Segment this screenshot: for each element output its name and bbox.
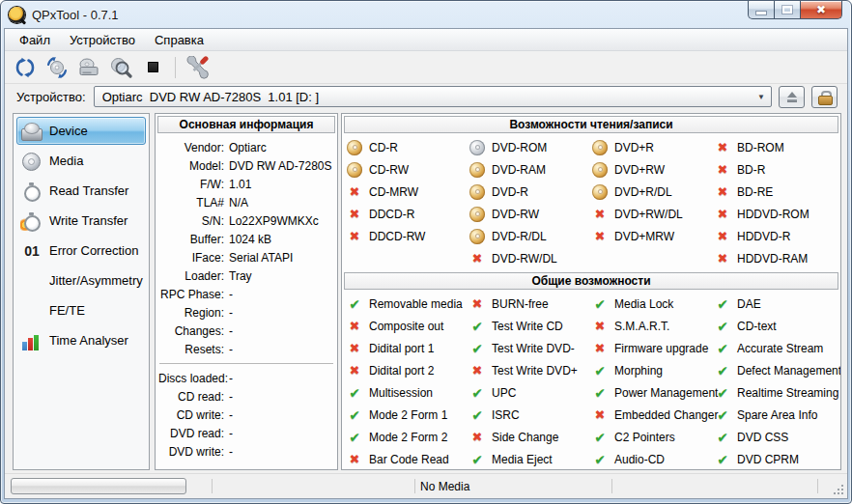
sidebar-item-jitter-asymmetry[interactable]: Jitter/Asymmetry xyxy=(16,266,146,294)
info-row: F/W: 1.01 xyxy=(158,175,334,193)
general-capabilities-grid: Removable media Composite out Didital po… xyxy=(343,291,839,470)
cap-burn-free: BURN-free xyxy=(469,293,592,315)
cap-didital-port-2: Didital port 2 xyxy=(347,359,469,381)
refresh-media-button[interactable] xyxy=(43,54,71,81)
preferences-button[interactable] xyxy=(184,54,213,81)
cap-label: Accurate Stream xyxy=(737,342,823,355)
device-combobox[interactable]: Optiarc DVD RW AD-7280S 1.01 [D: ] ▼ xyxy=(94,86,772,107)
sidebar-item-label: Jitter/Asymmetry xyxy=(49,273,143,288)
cap-dvd-r: DVD-R xyxy=(469,181,592,203)
info-label: Buffer: xyxy=(158,233,224,246)
cap-c2-pointers: C2 Pointers xyxy=(592,426,715,448)
cross-icon xyxy=(715,207,730,222)
cross-icon xyxy=(347,207,362,222)
cross-icon xyxy=(347,452,362,467)
cap-mode-2-form-2: Mode 2 Form 2 xyxy=(347,426,469,448)
sidebar-item-write-transfer[interactable]: Write Transfer xyxy=(16,207,146,235)
info-label: F/W: xyxy=(158,178,224,191)
cap-label: Power Management xyxy=(614,386,718,400)
cd-icon xyxy=(20,152,43,171)
cap-label: Bar Code Read xyxy=(369,453,449,466)
sidebar-item-label: Error Correction xyxy=(49,243,138,258)
info-row: Vendor: Optiarc xyxy=(158,138,334,156)
info-row: IFace: Serial ATAPI xyxy=(158,248,334,266)
title-bar[interactable]: QPxTool - 0.7.1 ✖ xyxy=(1,1,851,28)
check-icon xyxy=(592,296,608,312)
cap-label: HDDVD-RAM xyxy=(737,252,808,266)
sidebar-item-fe-te[interactable]: FE/TE xyxy=(16,296,146,324)
sidebar-item-time-analyser[interactable]: Time Analyser xyxy=(16,326,146,354)
info-label: Loader: xyxy=(158,269,224,283)
lock-button[interactable] xyxy=(811,86,838,108)
info-label: S/N: xyxy=(158,214,224,228)
cap-hddvd-rom: HDDVD-ROM xyxy=(715,203,838,225)
sidebar-item-label: Write Transfer xyxy=(49,213,128,228)
resize-grip[interactable] xyxy=(833,484,844,495)
cap-label: DVD+R xyxy=(614,141,654,154)
info-row: Discs loaded: - xyxy=(158,369,334,387)
check-icon xyxy=(469,319,485,334)
close-button[interactable]: ✖ xyxy=(800,1,842,19)
info-value: - xyxy=(229,372,233,385)
cross-icon xyxy=(592,407,608,423)
cap-label: DVD CSS xyxy=(737,431,788,444)
app-window: QPxTool - 0.7.1 ✖ Файл Устройство Справк… xyxy=(0,0,852,504)
scan-media-button[interactable] xyxy=(106,54,135,81)
sidebar-item-error-correction[interactable]: Error Correction xyxy=(16,237,146,265)
device-combobox-value: Optiarc DVD RW AD-7280S 1.01 [D: ] xyxy=(102,90,752,104)
info-label: Vendor: xyxy=(158,141,224,154)
maximize-button[interactable] xyxy=(774,1,801,19)
cross-icon xyxy=(469,430,485,445)
cap-label: DVD-R xyxy=(492,185,528,199)
disc-gold-icon xyxy=(469,229,485,244)
drive-info-button[interactable] xyxy=(74,54,103,81)
stop-button[interactable] xyxy=(138,54,167,81)
cap-removable-media: Removable media xyxy=(347,293,469,315)
client-area: Файл Устройство Справка xyxy=(4,28,848,499)
info-value: DVD RW AD-7280S xyxy=(229,159,331,173)
sidebar-item-read-transfer[interactable]: Read Transfer xyxy=(16,177,146,205)
check-icon xyxy=(347,385,362,401)
stopwatch-icon xyxy=(20,182,43,201)
info-label: CD read: xyxy=(158,390,224,404)
cap-label: BURN-free xyxy=(492,297,549,311)
rescan-devices-button[interactable] xyxy=(11,54,40,81)
cap-embedded-changer: Embedded Changer xyxy=(592,404,715,426)
info-label: Discs loaded: xyxy=(158,372,224,385)
menu-file[interactable]: Файл xyxy=(10,29,60,50)
sidebar-item-device[interactable]: Device xyxy=(16,117,146,145)
cap-label: HDDVD-R xyxy=(737,230,790,243)
info-row: Resets: - xyxy=(158,340,334,358)
cap-dvd-rw-dl: DVD-RW/DL xyxy=(469,247,592,269)
cap-label: DDCD-R xyxy=(369,208,414,221)
cap-dvd-r: DVD+R xyxy=(592,136,715,158)
minimize-button[interactable] xyxy=(748,1,775,19)
toolbar-separator xyxy=(175,57,176,78)
menu-device[interactable]: Устройство xyxy=(60,29,145,50)
info-rows-main: Vendor: Optiarc Model: DVD RW AD-7280S F… xyxy=(156,134,336,358)
cap-cd-r: CD-R xyxy=(347,136,469,158)
statusbar-separator xyxy=(414,479,415,493)
cross-icon xyxy=(347,229,362,244)
cap-dae: DAE xyxy=(715,293,838,315)
cap-accurate-stream: Accurate Stream xyxy=(715,337,838,359)
info-row: CD write: - xyxy=(158,406,334,424)
statusbar-separator xyxy=(817,479,818,493)
eject-button[interactable] xyxy=(779,86,805,108)
info-row: Changes: - xyxy=(158,322,334,340)
cap-upc: UPC xyxy=(469,381,592,404)
check-icon xyxy=(469,407,485,423)
info-row: Model: DVD RW AD-7280S xyxy=(158,156,334,175)
menu-help[interactable]: Справка xyxy=(145,29,213,50)
cross-icon xyxy=(592,207,608,222)
cross-icon xyxy=(715,184,730,200)
sidebar-item-media[interactable]: Media xyxy=(16,147,146,175)
cap-realtime-streaming: Realtime Streaming xyxy=(715,381,838,404)
disc-gold-icon xyxy=(592,184,608,200)
gen-col-4: DAE CD-text Accurate Stream Defect Manag… xyxy=(715,293,838,470)
cap-label: UPC xyxy=(492,386,516,400)
cap-label: Spare Area Info xyxy=(737,408,817,422)
maximize-icon xyxy=(782,6,792,14)
cross-icon xyxy=(347,319,362,334)
refresh-media-icon xyxy=(45,56,69,79)
